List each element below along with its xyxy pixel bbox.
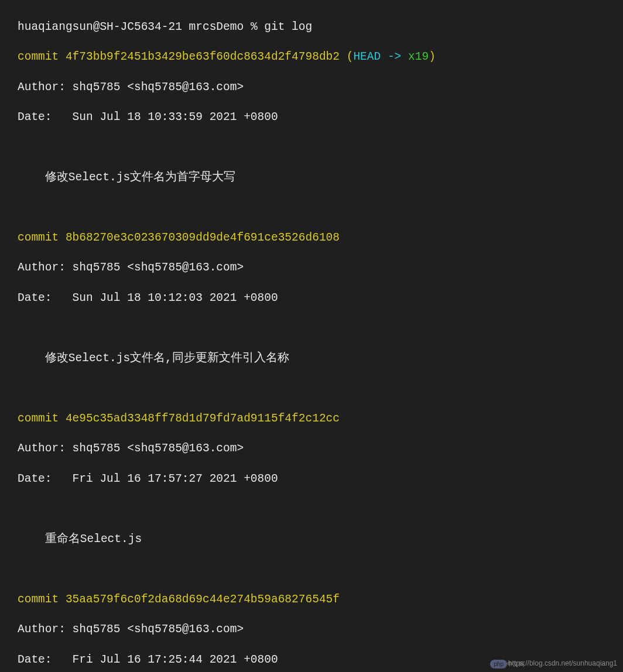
branch-name: x19 xyxy=(408,50,429,63)
php-badge-icon: php xyxy=(490,660,507,668)
blank-line xyxy=(18,201,605,216)
commit-author: Author: shq5785 <shq5785@163.com> xyxy=(18,441,605,457)
commit-message: 修改Select.js文件名,同步更新文件引入名称 xyxy=(18,351,605,366)
commit-message: 修改Select.js文件名为首字母大写 xyxy=(18,170,605,186)
blank-line xyxy=(18,381,605,396)
head-open-paren: ( xyxy=(347,50,354,63)
commit-message: 重命名Select.js xyxy=(18,532,605,547)
prompt-user-host: huaqiangsun@SH-JC5634-21 xyxy=(18,20,182,33)
commit-hash: commit 4f73bb9f2451b3429be63f60dc8634d2f… xyxy=(18,50,340,63)
prompt-command: git log xyxy=(264,20,312,33)
blank-line xyxy=(18,140,605,156)
commit-hash: commit 4e95c35ad3348ff78d1d79fd7ad9115f4… xyxy=(18,412,605,427)
commit-date: Date: Sun Jul 18 10:33:59 2021 +0800 xyxy=(18,110,605,125)
blank-line xyxy=(18,321,605,336)
commit-author: Author: shq5785 <shq5785@163.com> xyxy=(18,260,605,276)
commit-author: Author: shq5785 <shq5785@163.com> xyxy=(18,622,605,637)
commit-date: Date: Sun Jul 18 10:12:03 2021 +0800 xyxy=(18,291,605,306)
commit-hash: commit 35aa579f6c0f2da68d69c44e274b59a68… xyxy=(18,592,605,608)
commit-date: Date: Fri Jul 16 17:57:27 2021 +0800 xyxy=(18,472,605,487)
commit-hash: commit 8b68270e3c023670309dd9de4f691ce35… xyxy=(18,231,605,246)
prompt-line: huaqiangsun@SH-JC5634-21 mrcsDemo % git … xyxy=(18,20,605,35)
head-close-paren: ) xyxy=(429,50,436,63)
prompt-cwd: mrcsDemo xyxy=(189,20,244,33)
blank-line xyxy=(18,502,605,517)
prompt-sep: % xyxy=(251,20,258,33)
head-label: HEAD -> xyxy=(353,50,408,63)
terminal-output[interactable]: huaqiangsun@SH-JC5634-21 mrcsDemo % git … xyxy=(0,0,623,672)
commit-author: Author: shq5785 <shq5785@163.com> xyxy=(18,80,605,95)
watermark-url: https://blog.csdn.net/sunhuaqiang1 xyxy=(508,659,617,668)
commit-hash-line: commit 4f73bb9f2451b3429be63f60dc8634d2f… xyxy=(18,50,605,65)
blank-line xyxy=(18,562,605,577)
